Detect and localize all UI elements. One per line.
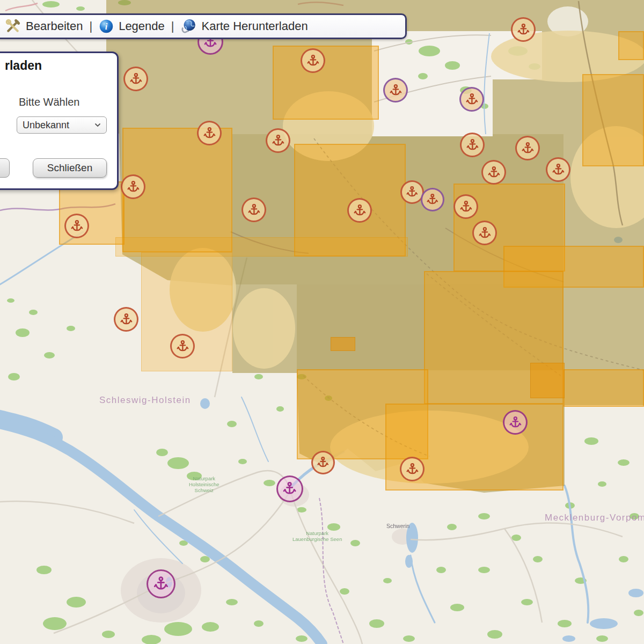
anchor-marker[interactable] [546, 157, 570, 182]
anchor-icon [70, 219, 84, 233]
anchor-icon [552, 163, 565, 177]
anchor-icon [129, 72, 143, 86]
download-dialog: rladen Bitte Wählen Unbekannt Schließen [0, 52, 119, 190]
anchor-marker[interactable] [481, 160, 506, 185]
select-prompt-label: Bitte Wählen [19, 96, 79, 108]
anchor-icon [306, 54, 320, 68]
anchor-marker[interactable] [511, 17, 536, 42]
anchor-marker[interactable] [460, 133, 485, 157]
anchor-marker[interactable] [241, 197, 266, 222]
anchor-icon [176, 340, 189, 353]
anchor-icon [317, 456, 330, 469]
edit-label: Bearbeiten [26, 19, 83, 33]
anchor-icon [406, 463, 419, 476]
anchor-marker[interactable] [114, 307, 138, 332]
anchor-icon [127, 180, 140, 194]
anchor-icon [487, 166, 501, 179]
info-icon: i [99, 19, 114, 34]
anchor-icon [465, 93, 479, 106]
chart-tile-overlay[interactable] [618, 31, 644, 60]
format-select[interactable]: Unbekannt [17, 116, 107, 134]
anchor-icon [509, 416, 522, 429]
anchor-marker[interactable] [400, 457, 425, 481]
chevron-down-icon [94, 123, 101, 127]
map-viewport[interactable]: Schleswig-HolsteinMecklenburg-Vorpommern… [0, 0, 644, 644]
chart-tile-overlay[interactable] [331, 337, 355, 351]
dialog-title: rladen [5, 58, 42, 73]
legend-label: Legende [119, 19, 165, 33]
chart-tile-overlay[interactable] [564, 369, 644, 407]
anchor-marker[interactable] [64, 214, 89, 238]
anchor-icon [459, 200, 473, 214]
anchor-marker[interactable] [123, 67, 148, 91]
anchor-marker[interactable] [459, 87, 484, 112]
anchor-icon [406, 186, 419, 199]
anchor-marker[interactable] [197, 121, 222, 145]
anchor-marker[interactable] [421, 188, 444, 211]
partial-hidden-button[interactable] [0, 158, 10, 178]
chart-tile-overlay[interactable] [273, 46, 379, 120]
globe-download-icon [181, 18, 197, 34]
legend-button[interactable]: i Legende [99, 19, 165, 34]
toolbar-separator: | [171, 19, 174, 33]
anchor-marker[interactable] [170, 334, 195, 358]
edit-button[interactable]: Bearbeiten [5, 18, 83, 34]
anchor-icon [517, 23, 530, 36]
download-map-button[interactable]: Karte Herunterladen [181, 18, 308, 34]
map-toolbar: Bearbeiten | i Legende | [0, 13, 407, 39]
anchor-icon [389, 84, 402, 97]
chart-tile-overlay[interactable] [582, 74, 644, 166]
close-button[interactable]: Schließen [33, 158, 107, 178]
download-map-label: Karte Herunterladen [202, 19, 308, 33]
anchor-marker[interactable] [301, 48, 325, 73]
anchor-marker[interactable] [383, 78, 408, 103]
anchor-icon [466, 138, 479, 152]
tools-icon [5, 18, 21, 34]
anchor-marker[interactable] [121, 174, 145, 199]
chart-tile-overlay[interactable] [115, 237, 408, 257]
anchor-icon [478, 226, 492, 240]
anchor-marker[interactable] [311, 451, 335, 474]
anchor-icon [120, 313, 133, 326]
anchor-icon [521, 142, 535, 155]
anchor-marker[interactable] [453, 194, 478, 219]
svg-text:i: i [105, 21, 108, 32]
anchor-icon [203, 127, 216, 140]
anchor-icon [426, 193, 439, 206]
anchor-marker[interactable] [147, 569, 175, 598]
anchor-icon [153, 576, 169, 592]
select-value: Unbekannt [23, 120, 69, 131]
anchor-icon [353, 204, 367, 217]
anchor-marker[interactable] [503, 410, 528, 435]
anchor-marker[interactable] [515, 136, 540, 160]
anchor-marker[interactable] [347, 198, 372, 223]
toolbar-separator: | [89, 19, 92, 33]
anchor-icon [247, 203, 261, 217]
chart-tile-overlay[interactable] [530, 363, 565, 398]
anchor-icon [282, 481, 297, 496]
anchor-marker[interactable] [472, 221, 497, 245]
anchor-marker[interactable] [276, 475, 303, 502]
anchor-marker[interactable] [266, 128, 290, 153]
anchor-icon [272, 134, 285, 148]
